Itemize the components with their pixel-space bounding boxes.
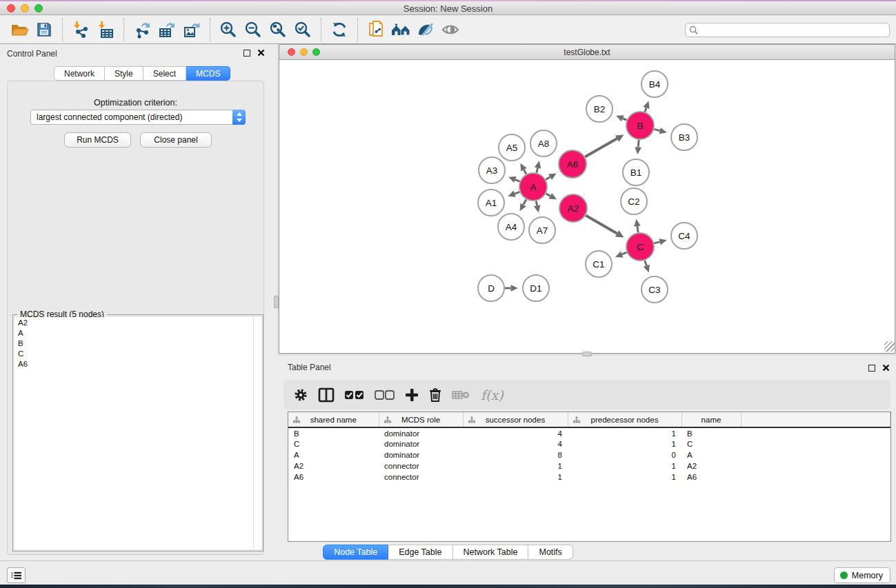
zoom-fit-button[interactable] (266, 18, 290, 41)
float-panel-icon[interactable] (243, 50, 250, 57)
column-header-predecessor-nodes[interactable]: predecessor nodes (568, 412, 681, 427)
table-cell[interactable]: dominator (379, 427, 463, 438)
table-cell[interactable]: 8 (463, 449, 568, 460)
memory-button[interactable]: Memory (834, 567, 890, 583)
zoom-in-button[interactable] (216, 18, 241, 41)
control-tab-select[interactable]: Select (143, 66, 186, 81)
edge-A6-B[interactable] (585, 139, 617, 156)
export-network-button[interactable] (130, 18, 155, 41)
delete-column-button[interactable] (428, 385, 442, 405)
mcds-result-item[interactable]: A6 (14, 358, 253, 369)
table-row[interactable]: Cdominator41C (288, 438, 890, 449)
edge-A-A3[interactable] (515, 180, 520, 182)
edge-A-A2[interactable] (546, 194, 550, 196)
table-cell[interactable]: B (288, 427, 379, 438)
copy-style-button[interactable] (364, 18, 388, 41)
table-cell[interactable]: A6 (681, 472, 741, 483)
apply-function-button[interactable]: f(x) (479, 385, 504, 405)
network-canvas[interactable]: AA1A2A3A4A5A6A7A8BB1B2B3B4CC1C2C3C4DD1 (280, 60, 895, 353)
split-table-button[interactable] (318, 385, 335, 405)
control-tab-mcds[interactable]: MCDS (186, 66, 230, 81)
table-cell[interactable]: A (288, 449, 379, 460)
edge-C-C3[interactable] (645, 261, 647, 266)
table-cell[interactable]: 1 (463, 472, 568, 483)
tab-edge-table[interactable]: Edge Table (388, 545, 452, 560)
zoom-selected-button[interactable] (290, 18, 315, 41)
close-panel-button[interactable]: Close panel (140, 132, 212, 148)
tab-motifs[interactable]: Motifs (528, 545, 573, 560)
table-cell[interactable]: 4 (463, 438, 568, 449)
hide-details-button[interactable] (413, 18, 438, 41)
control-tab-style[interactable]: Style (105, 66, 143, 81)
optimization-criterion-dropdown[interactable]: largest connected component (directed) (30, 110, 246, 125)
table-row[interactable]: Adominator80A (288, 449, 890, 460)
edge-B-B1[interactable] (638, 140, 639, 148)
edge-A2-C[interactable] (586, 215, 617, 233)
edge-A-A6[interactable] (546, 177, 550, 180)
column-header-MCDS-role[interactable]: MCDS role (379, 412, 463, 427)
column-header-successor-nodes[interactable]: successor nodes (463, 412, 568, 427)
import-table-button[interactable] (93, 18, 118, 41)
window-resize-grip[interactable] (884, 341, 895, 352)
edge-B-B4[interactable] (645, 108, 646, 112)
table-cell[interactable]: dominator (379, 449, 463, 460)
mcds-result-item[interactable]: C (14, 348, 253, 358)
mcds-result-item[interactable]: B (14, 338, 253, 348)
mcds-result-item[interactable]: A2 (14, 317, 253, 327)
export-table-button[interactable] (155, 18, 179, 41)
edge-C-C4[interactable] (654, 242, 659, 243)
add-column-button[interactable] (405, 385, 419, 405)
deselect-all-columns-button[interactable] (375, 385, 395, 405)
table-cell[interactable]: C (288, 438, 379, 449)
horizontal-splitter-handle[interactable] (582, 352, 592, 356)
delete-table-button[interactable] (452, 385, 470, 405)
table-cell[interactable]: 1 (568, 427, 681, 438)
mcds-result-list[interactable]: A2ABCA6 (14, 317, 253, 549)
float-table-panel-icon[interactable] (868, 365, 875, 372)
edge-A-A4[interactable] (524, 199, 526, 205)
show-details-button[interactable] (438, 18, 463, 41)
table-cell[interactable]: 0 (568, 449, 681, 460)
edge-A-A8[interactable] (537, 168, 538, 173)
import-network-button[interactable] (68, 18, 93, 41)
column-header-name[interactable]: name (681, 412, 741, 427)
table-settings-button[interactable] (293, 385, 308, 405)
edge-B-B3[interactable] (654, 129, 659, 130)
run-mcds-button[interactable]: Run MCDS (64, 132, 131, 148)
edge-C-C2[interactable] (637, 226, 638, 232)
table-cell[interactable]: A2 (681, 460, 741, 472)
table-row[interactable]: Bdominator41B (288, 427, 890, 438)
table-cell[interactable]: C (681, 438, 741, 449)
table-row[interactable]: A6connector11A6 (288, 472, 890, 483)
refresh-layout-button[interactable] (327, 18, 352, 41)
export-image-button[interactable] (179, 18, 204, 41)
control-tab-network[interactable]: Network (54, 66, 105, 81)
tab-network-table[interactable]: Network Table (453, 545, 529, 560)
open-session-button[interactable] (7, 18, 32, 41)
table-cell[interactable]: 1 (568, 472, 681, 483)
network-window-titlebar[interactable]: testGlobe.txt (279, 45, 895, 60)
table-row[interactable]: A2connector11A2 (288, 460, 890, 472)
mcds-result-scrollbar[interactable] (253, 317, 261, 549)
table-cell[interactable]: A (681, 449, 741, 460)
table-cell[interactable]: A2 (288, 460, 379, 472)
table-cell[interactable]: connector (379, 460, 463, 472)
table-cell[interactable]: A6 (288, 472, 379, 483)
edge-C-C1[interactable] (622, 252, 627, 254)
close-table-panel-icon[interactable] (882, 364, 890, 372)
table-cell[interactable]: 4 (463, 427, 568, 438)
tab-node-table[interactable]: Node Table (323, 545, 388, 560)
table-cell[interactable]: B (681, 427, 741, 438)
select-all-columns-button[interactable] (344, 385, 365, 405)
table-cell[interactable]: dominator (379, 438, 463, 449)
toolbar-search[interactable] (685, 23, 890, 37)
save-session-button[interactable] (32, 18, 57, 41)
edge-B-B2[interactable] (623, 119, 627, 120)
show-panels-button[interactable] (7, 567, 26, 583)
table-cell[interactable]: 1 (568, 438, 681, 449)
edge-A-A1[interactable] (515, 192, 519, 194)
close-panel-icon[interactable] (257, 49, 265, 57)
edge-A-A5[interactable] (524, 170, 526, 174)
mcds-result-item[interactable]: A (14, 327, 253, 338)
column-header-shared-name[interactable]: shared name (288, 412, 379, 427)
